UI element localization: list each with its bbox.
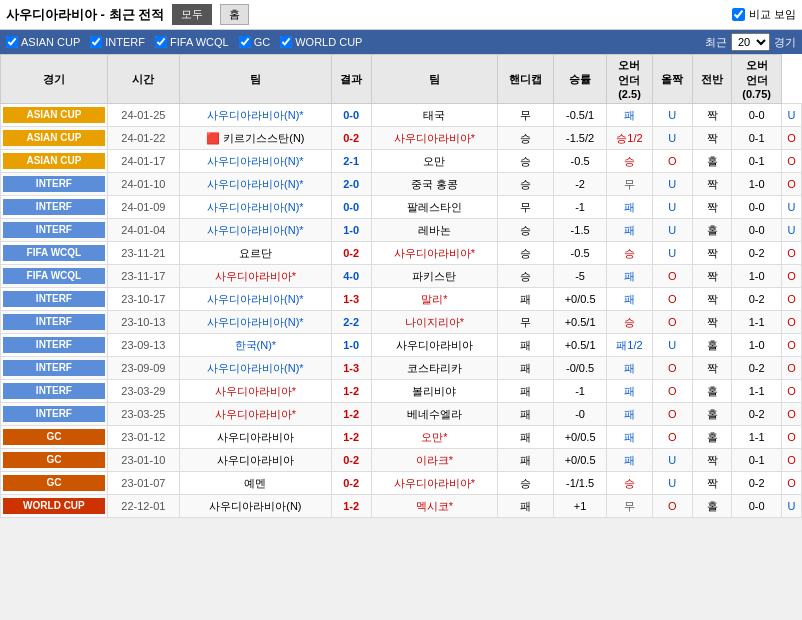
half-cell: 0-0 — [732, 104, 782, 127]
team2-cell[interactable]: 코스타리카 — [371, 357, 498, 380]
team1-cell[interactable]: 사우디아라비아(N)* — [179, 196, 331, 219]
handicap-cell: +1 — [554, 495, 607, 518]
team1-cell[interactable]: 사우디아라비아* — [179, 265, 331, 288]
ou075-cell: O — [781, 380, 801, 403]
team2-cell[interactable]: 파키스탄 — [371, 265, 498, 288]
handicap-cell: -0.5/1 — [554, 104, 607, 127]
score-cell: 1-2 — [331, 380, 371, 403]
ou25-cell: U — [652, 219, 692, 242]
half-cell: 0-2 — [732, 403, 782, 426]
score-cell: 0-0 — [331, 196, 371, 219]
filter-interf-checkbox[interactable] — [90, 36, 102, 48]
team1-cell[interactable]: 사우디아라비아(N)* — [179, 104, 331, 127]
team1-cell[interactable]: 예멘 — [179, 472, 331, 495]
ou075-cell: O — [781, 242, 801, 265]
team2-cell[interactable]: 사우디아라비아* — [371, 127, 498, 150]
compare-checkbox[interactable] — [732, 8, 745, 21]
team2-cell[interactable]: 이라크* — [371, 449, 498, 472]
team1-cell[interactable]: 사우디아라비아* — [179, 403, 331, 426]
ou075-cell: U — [781, 219, 801, 242]
team1-cell[interactable]: 사우디아라비아 — [179, 426, 331, 449]
date-cell: 23-10-13 — [107, 311, 179, 334]
team1-cell[interactable]: 사우디아라비아(N)* — [179, 173, 331, 196]
cat-cell: INTERF — [1, 196, 108, 219]
team1-cell[interactable]: 요르단 — [179, 242, 331, 265]
tab-home[interactable]: 홈 — [220, 4, 249, 25]
win-cell: 패 — [606, 357, 652, 380]
filter-gc-checkbox[interactable] — [239, 36, 251, 48]
ou075-cell: O — [781, 403, 801, 426]
table-row: FIFA WCQL 23-11-17 사우디아라비아* 4-0 파키스탄 승 -… — [1, 265, 802, 288]
top-bar: 사우디아라비아 - 최근 전적 모두 홈 비교 보임 — [0, 0, 802, 30]
cat-cell: GC — [1, 426, 108, 449]
date-cell: 23-03-29 — [107, 380, 179, 403]
team2-cell[interactable]: 볼리비야 — [371, 380, 498, 403]
half-cell: 1-0 — [732, 173, 782, 196]
tab-all[interactable]: 모두 — [172, 4, 212, 25]
team2-cell[interactable]: 오만* — [371, 426, 498, 449]
team2-cell[interactable]: 베네수엘라 — [371, 403, 498, 426]
score-cell: 1-2 — [331, 495, 371, 518]
team1-cell[interactable]: 사우디아라비아(N)* — [179, 288, 331, 311]
filter-fifa-label: FIFA WCQL — [170, 36, 229, 48]
team1-cell[interactable]: 사우디아라비아(N)* — [179, 150, 331, 173]
filter-interf: INTERF — [90, 36, 145, 48]
date-cell: 24-01-22 — [107, 127, 179, 150]
team1-cell[interactable]: 사우디아라비아(N)* — [179, 357, 331, 380]
win-cell: 승 — [606, 472, 652, 495]
team2-cell[interactable]: 멕시코* — [371, 495, 498, 518]
team1-cell[interactable]: 사우디아라비아(N) — [179, 495, 331, 518]
col-team1: 팀 — [179, 55, 331, 104]
col-cat: 경기 — [1, 55, 108, 104]
ou25-cell: O — [652, 426, 692, 449]
team1-cell[interactable]: 사우디아라비아(N)* — [179, 311, 331, 334]
result-cell: 승 — [498, 265, 554, 288]
ou075-cell: U — [781, 196, 801, 219]
cat-cell: INTERF — [1, 311, 108, 334]
table-row: INTERF 23-09-09 사우디아라비아(N)* 1-3 코스타리카 패 … — [1, 357, 802, 380]
table-row: ASIAN CUP 24-01-22 🟥 키르기스스탄(N) 0-2 사우디아라… — [1, 127, 802, 150]
ou25-cell: O — [652, 265, 692, 288]
team2-cell[interactable]: 중국 홍콩 — [371, 173, 498, 196]
team2-cell[interactable]: 나이지리아* — [371, 311, 498, 334]
half-cell: 1-1 — [732, 426, 782, 449]
handicap-cell: -1 — [554, 196, 607, 219]
result-cell: 승 — [498, 242, 554, 265]
oj-cell: 홀 — [692, 150, 732, 173]
half-cell: 0-0 — [732, 219, 782, 242]
filter-asian-cup-checkbox[interactable] — [6, 36, 18, 48]
filter-fifa-checkbox[interactable] — [155, 36, 167, 48]
team1-cell[interactable]: 한국(N)* — [179, 334, 331, 357]
team2-cell[interactable]: 사우디아라비아* — [371, 472, 498, 495]
team2-cell[interactable]: 사우디아라비아 — [371, 334, 498, 357]
ou25-cell: U — [652, 334, 692, 357]
team2-cell[interactable]: 팔레스타인 — [371, 196, 498, 219]
half-cell: 0-1 — [732, 449, 782, 472]
team2-cell[interactable]: 태국 — [371, 104, 498, 127]
recent-select[interactable]: 20 10 30 — [731, 33, 770, 51]
half-cell: 0-2 — [732, 357, 782, 380]
half-cell: 0-2 — [732, 242, 782, 265]
team2-cell[interactable]: 말리* — [371, 288, 498, 311]
cat-cell: WORLD CUP — [1, 495, 108, 518]
cat-cell: INTERF — [1, 219, 108, 242]
filter-world-cup-checkbox[interactable] — [280, 36, 292, 48]
team2-cell[interactable]: 사우디아라비아* — [371, 242, 498, 265]
result-cell: 승 — [498, 127, 554, 150]
handicap-cell: -1 — [554, 380, 607, 403]
team1-cell[interactable]: 사우디아라비아* — [179, 380, 331, 403]
team2-cell[interactable]: 레바논 — [371, 219, 498, 242]
team1-cell[interactable]: 사우디아라비아(N)* — [179, 219, 331, 242]
half-cell: 1-1 — [732, 311, 782, 334]
team1-cell[interactable]: 🟥 키르기스스탄(N) — [179, 127, 331, 150]
team1-cell[interactable]: 사우디아라비아 — [179, 449, 331, 472]
table-row: INTERF 23-10-17 사우디아라비아(N)* 1-3 말리* 패 +0… — [1, 288, 802, 311]
half-cell: 0-2 — [732, 472, 782, 495]
handicap-cell: +0/0.5 — [554, 426, 607, 449]
team2-cell[interactable]: 오만 — [371, 150, 498, 173]
oj-cell: 홀 — [692, 495, 732, 518]
win-cell: 패 — [606, 403, 652, 426]
oj-cell: 홀 — [692, 426, 732, 449]
ou075-cell: O — [781, 472, 801, 495]
result-cell: 패 — [498, 288, 554, 311]
